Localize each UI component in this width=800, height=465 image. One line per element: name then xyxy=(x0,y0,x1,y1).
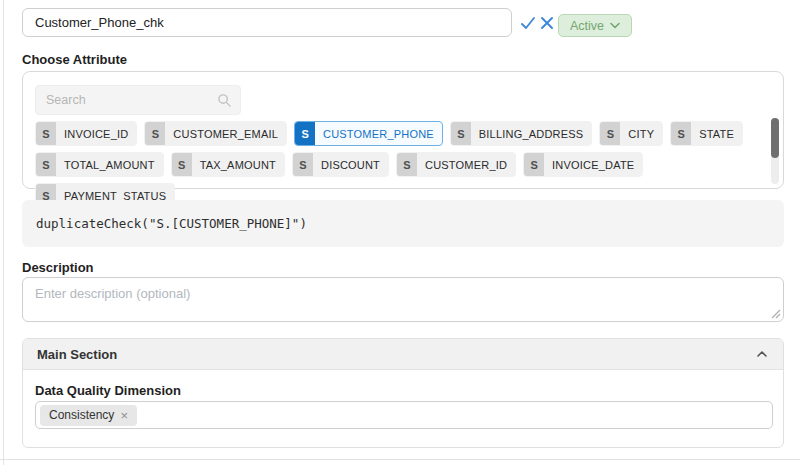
chevron-down-icon xyxy=(610,22,620,29)
attribute-chip[interactable]: SINVOICE_ID xyxy=(35,121,137,146)
dimension-chip: Consistency× xyxy=(40,405,137,426)
attribute-chip-label: TAX_AMOUNT xyxy=(192,153,284,176)
main-section-title: Main Section xyxy=(37,347,117,362)
description-label: Description xyxy=(22,260,94,275)
confirm-check-icon[interactable] xyxy=(519,14,537,32)
choose-attribute-label: Choose Attribute xyxy=(22,52,127,67)
attribute-chip[interactable]: STAX_AMOUNT xyxy=(171,152,285,177)
attribute-type-badge: S xyxy=(671,122,691,145)
attribute-chip[interactable]: SCITY xyxy=(599,121,663,146)
rule-editor-panel: Active Choose Attribute SINVOICE_IDSCUST… xyxy=(0,0,800,465)
panel-left-edge xyxy=(3,0,4,465)
attribute-chip-label: INVOICE_DATE xyxy=(544,153,642,176)
attribute-type-badge: S xyxy=(293,153,313,176)
attribute-chip[interactable]: SBILLING_ADDRESS xyxy=(450,121,592,146)
attribute-chip-label: DISCOUNT xyxy=(313,153,388,176)
main-section-panel: Main Section Data Quality Dimension Cons… xyxy=(22,338,784,448)
attribute-chip[interactable]: SCUSTOMER_ID xyxy=(396,152,516,177)
attribute-search[interactable] xyxy=(35,85,241,115)
dimension-chip-label: Consistency xyxy=(49,408,114,422)
description-textarea[interactable] xyxy=(22,277,784,322)
data-quality-dimension-label: Data Quality Dimension xyxy=(35,383,181,398)
attribute-type-badge: S xyxy=(451,122,471,145)
attribute-type-badge: S xyxy=(36,153,56,176)
attribute-chip-label: TOTAL_AMOUNT xyxy=(56,153,163,176)
attribute-chip-label: CUSTOMER_ID xyxy=(417,153,515,176)
attribute-type-badge: S xyxy=(172,153,192,176)
attribute-type-badge: S xyxy=(600,122,620,145)
attribute-chip[interactable]: SSTATE xyxy=(670,121,743,146)
attribute-search-input[interactable] xyxy=(36,93,217,107)
main-section-header[interactable]: Main Section xyxy=(23,339,783,370)
attribute-chip-list: SINVOICE_IDSCUSTOMER_EMAILSCUSTOMER_PHON… xyxy=(35,121,759,208)
attribute-chip-label: INVOICE_ID xyxy=(56,122,136,145)
attribute-chip-label: STATE xyxy=(691,122,742,145)
status-label: Active xyxy=(570,19,604,33)
rule-name-input[interactable] xyxy=(22,8,512,37)
attribute-chip-label: CUSTOMER_EMAIL xyxy=(165,122,286,145)
attribute-chip[interactable]: SDISCOUNT xyxy=(292,152,389,177)
attribute-chip-label: CITY xyxy=(620,122,662,145)
attribute-chip[interactable]: SCUSTOMER_PHONE xyxy=(294,121,443,146)
bottom-divider xyxy=(0,459,800,460)
chevron-up-icon[interactable] xyxy=(755,347,769,361)
expression-code: duplicateCheck("S.[CUSTOMER_PHONE]") xyxy=(22,216,321,231)
dimension-select-input[interactable]: Consistency× xyxy=(35,401,773,429)
attribute-scrollbar-thumb[interactable] xyxy=(771,118,779,158)
status-dropdown[interactable]: Active xyxy=(558,14,632,37)
attribute-type-badge: S xyxy=(397,153,417,176)
attribute-type-badge: S xyxy=(295,122,315,145)
attribute-chip[interactable]: SCUSTOMER_EMAIL xyxy=(144,121,287,146)
attribute-chip-label: CUSTOMER_PHONE xyxy=(315,122,442,145)
attribute-type-badge: S xyxy=(145,122,165,145)
attribute-chip[interactable]: STOTAL_AMOUNT xyxy=(35,152,164,177)
attribute-chip-label: BILLING_ADDRESS xyxy=(471,122,591,145)
expression-preview-box: duplicateCheck("S.[CUSTOMER_PHONE]") xyxy=(22,200,784,247)
attribute-scrollbar-track[interactable] xyxy=(771,118,779,184)
attribute-picker-box: SINVOICE_IDSCUSTOMER_EMAILSCUSTOMER_PHON… xyxy=(22,71,784,189)
attribute-chip[interactable]: SINVOICE_DATE xyxy=(523,152,643,177)
search-icon xyxy=(217,93,232,108)
remove-dimension-icon[interactable]: × xyxy=(120,409,128,422)
attribute-type-badge: S xyxy=(36,122,56,145)
cancel-x-icon[interactable] xyxy=(538,14,556,32)
attribute-type-badge: S xyxy=(524,153,544,176)
